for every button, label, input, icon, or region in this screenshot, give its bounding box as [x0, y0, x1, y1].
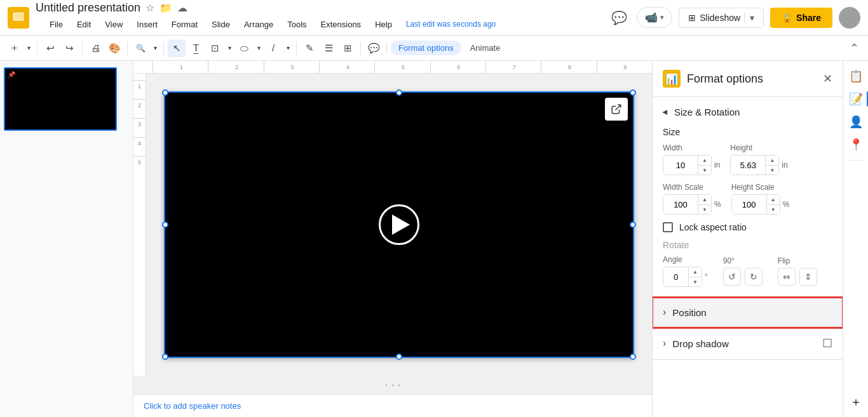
position-header[interactable]: › Position — [653, 298, 843, 327]
flip-h-icon[interactable]: ⇔ — [778, 268, 796, 286]
image-tool[interactable]: ⊡ — [206, 39, 224, 57]
folder-icon[interactable]: 📁 — [159, 2, 172, 14]
height-scale-input[interactable] — [732, 195, 767, 214]
shapes-chevron[interactable]: ▾ — [254, 39, 263, 57]
drop-shadow-header[interactable]: › Drop shadow ☐ — [653, 328, 843, 359]
share-button[interactable]: 🔒 Share — [770, 8, 832, 28]
menu-edit[interactable]: Edit — [71, 17, 97, 32]
resize-handle-bm[interactable] — [396, 354, 402, 360]
open-icon-button[interactable] — [605, 98, 628, 121]
h-tick-6: 6 — [430, 61, 485, 74]
add-button[interactable]: ＋ — [5, 39, 23, 57]
add-addon-icon[interactable]: ＋ — [846, 392, 866, 412]
height-scale-up[interactable]: ▲ — [767, 195, 780, 204]
paint-button[interactable]: 🎨 — [105, 39, 123, 57]
width-up[interactable]: ▲ — [698, 156, 711, 165]
position-section[interactable]: › Position — [653, 298, 843, 328]
rotate-cw-icon[interactable]: ↻ — [745, 268, 763, 286]
tasks-icon[interactable]: 📝 — [846, 89, 866, 109]
height-down[interactable]: ▼ — [766, 165, 778, 175]
menu-view[interactable]: View — [98, 17, 129, 32]
height-up[interactable]: ▲ — [766, 156, 778, 165]
menu-extensions[interactable]: Extensions — [315, 17, 368, 32]
resize-handle-mr[interactable] — [630, 222, 636, 228]
toolbar-collapse[interactable]: ⌃ — [845, 39, 863, 57]
sidebar-separator — [850, 160, 862, 161]
slide-canvas[interactable] — [146, 74, 652, 376]
select-tool[interactable]: ↖ — [168, 39, 186, 57]
drag-handle[interactable]: · · · — [133, 376, 652, 394]
shapes-tool[interactable]: ⬭ — [235, 39, 253, 57]
v-tick-3: 3 — [133, 118, 146, 137]
slide-thumbnail-1[interactable]: 1 📌 — [4, 67, 129, 131]
width-input[interactable] — [663, 156, 698, 175]
image-chevron[interactable]: ▾ — [225, 39, 234, 57]
width-scale-down[interactable]: ▼ — [698, 204, 711, 214]
resize-handle-ml[interactable] — [162, 222, 168, 228]
format-panel-close[interactable]: ✕ — [823, 72, 832, 86]
resize-handle-bl[interactable] — [162, 354, 168, 360]
menu-arrange[interactable]: Arrange — [238, 17, 280, 32]
user-avatar[interactable] — [839, 7, 860, 29]
height-input[interactable] — [731, 156, 766, 175]
resize-handle-tr[interactable] — [630, 89, 636, 96]
meet-button[interactable]: 📹 ▾ — [637, 7, 672, 28]
meet-chevron: ▾ — [660, 13, 664, 22]
menu-slide[interactable]: Slide — [205, 17, 236, 32]
maps-icon[interactable]: 📍 — [846, 135, 866, 155]
undo-button[interactable]: ↩ — [41, 39, 59, 57]
menu-help[interactable]: Help — [369, 17, 398, 32]
menu-file[interactable]: File — [43, 17, 69, 32]
zoom-chevron[interactable]: ▾ — [151, 39, 159, 57]
print-button[interactable]: 🖨 — [86, 39, 104, 57]
redo-button[interactable]: ↪ — [60, 39, 78, 57]
width-scale-num: ▲ ▼ — [663, 194, 712, 215]
resize-handle-tl[interactable] — [162, 89, 168, 96]
contacts-icon[interactable]: 👤 — [846, 112, 866, 132]
v-tick-2: 2 — [133, 99, 146, 118]
format-panel: 📊 Format options ✕ ▾ Size & Rotation Siz… — [652, 61, 843, 417]
resize-handle-br[interactable] — [630, 354, 636, 360]
size-rotation-header[interactable]: ▾ Size & Rotation — [653, 97, 843, 127]
angle-input[interactable] — [663, 267, 689, 286]
add-chevron[interactable]: ▾ — [24, 39, 33, 57]
resize-handle-tm[interactable] — [396, 89, 402, 96]
size-rotation-body: Size Width ▲ ▼ in — [653, 127, 843, 297]
speaker-notes[interactable]: Click to add speaker notes — [133, 394, 652, 417]
text-tool[interactable]: T̲ — [187, 39, 205, 57]
share-label: Share — [796, 13, 821, 23]
layout-tool[interactable]: ⊞ — [339, 39, 356, 57]
flip-icons: ⇔ ⇕ — [778, 268, 817, 286]
menu-format[interactable]: Format — [165, 17, 204, 32]
rotate-ccw-icon[interactable]: ↺ — [723, 268, 741, 286]
angle-down[interactable]: ▼ — [689, 277, 702, 286]
line-tool[interactable]: / — [264, 39, 282, 57]
play-button[interactable] — [379, 204, 419, 245]
width-scale-input[interactable] — [663, 195, 698, 214]
height-unit: in — [782, 161, 787, 169]
pen-tool[interactable]: ✎ — [301, 39, 318, 57]
keep-icon[interactable]: 📋 — [846, 66, 866, 86]
right-controls: 💬 📹 ▾ ⊞ Slideshow ▾ 🔒 Share — [607, 6, 860, 29]
cloud-icon[interactable]: ☁ — [177, 2, 187, 14]
width-scale-up[interactable]: ▲ — [698, 195, 711, 204]
height-scale-down[interactable]: ▼ — [767, 204, 780, 214]
comment-tool[interactable]: 💬 — [365, 39, 383, 57]
angle-up[interactable]: ▲ — [689, 267, 702, 277]
toolbar-separator-2 — [82, 42, 83, 55]
line-chevron[interactable]: ▾ — [283, 39, 292, 57]
star-icon[interactable]: ☆ — [146, 2, 154, 14]
lock-aspect-checkbox[interactable] — [663, 222, 673, 232]
width-down[interactable]: ▼ — [698, 165, 711, 175]
flip-v-icon[interactable]: ⇕ — [799, 268, 817, 286]
slideshow-button[interactable]: ⊞ Slideshow ▾ — [679, 8, 764, 28]
document-title[interactable]: Untitled presentation — [36, 1, 140, 15]
chat-icon-button[interactable]: 💬 — [607, 6, 630, 29]
zoom-button[interactable]: 🔍 — [132, 39, 149, 57]
animate-button[interactable]: Animate — [463, 41, 508, 55]
align-tool[interactable]: ☰ — [320, 39, 337, 57]
menu-insert[interactable]: Insert — [130, 17, 164, 32]
slideshow-chevron[interactable]: ▾ — [744, 13, 754, 23]
format-options-button[interactable]: Format options — [391, 41, 461, 55]
menu-tools[interactable]: Tools — [281, 17, 313, 32]
